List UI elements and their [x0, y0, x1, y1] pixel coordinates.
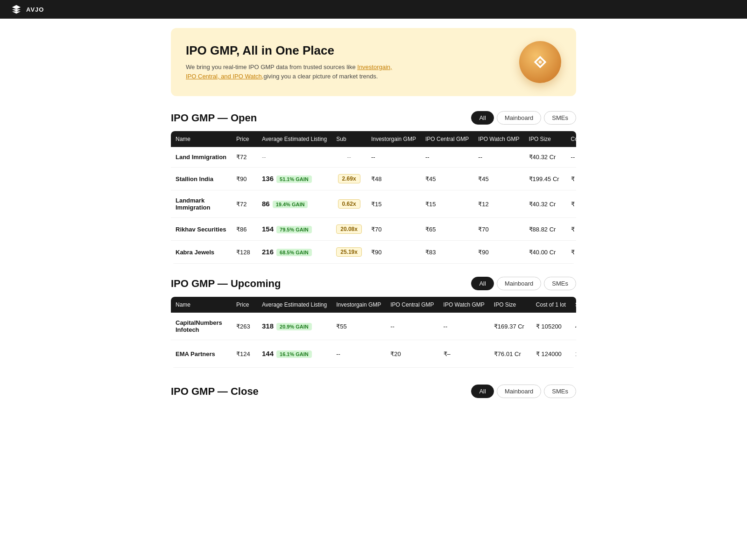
close-section-header: IPO GMP — Close All Mainboard SMEs — [171, 385, 576, 398]
cell-icgmp: ₹15 — [421, 190, 473, 218]
open-section-header: IPO GMP — Open All Mainboard SMEs — [171, 111, 576, 125]
upcoming-col-icgmp: IPO Central GMP — [386, 297, 438, 313]
upcoming-filter-buttons: All Mainboard SMEs — [471, 277, 576, 290]
muted-sub: -- — [347, 154, 351, 161]
open-col-icgmp: IPO Central GMP — [421, 131, 473, 147]
banner: IPO GMP, All in One Place We bring you r… — [171, 28, 576, 96]
cell-avg: 8619.4% GAIN — [257, 190, 331, 218]
cell-avg: 21668.5% GAIN — [257, 241, 331, 264]
cell-name: EMA Partners — [171, 340, 232, 368]
cell-cost: ₹ 115200 — [566, 190, 576, 218]
banner-desc-end: giving you a clear picture of market tre… — [263, 73, 378, 80]
cell-shares: 1000 — [571, 340, 576, 368]
cell-igmp: ₹70 — [366, 218, 421, 241]
gain-badge: 20.9% GAIN — [276, 323, 312, 330]
cell-name: Land Immigration — [171, 147, 232, 168]
upcoming-col-avg: Average Estimated Listing — [257, 297, 331, 313]
cell-icgmp: ₹20 — [386, 340, 438, 368]
cell-price: ₹263 — [232, 313, 257, 340]
close-filter-all[interactable]: All — [471, 385, 493, 398]
cell-size: ₹40.32 Cr — [524, 190, 566, 218]
cell-size: ₹88.82 Cr — [524, 218, 566, 241]
cell-avg: 31820.9% GAIN — [257, 313, 331, 340]
upcoming-col-name: Name — [171, 297, 232, 313]
sub-badge: 2.69x — [338, 174, 360, 183]
main-content: IPO GMP, All in One Place We bring you r… — [163, 19, 584, 414]
upcoming-table-container: Name Price Average Estimated Listing Inv… — [171, 297, 576, 368]
cell-iwgmp: ₹12 — [473, 190, 524, 218]
avg-val: 136 — [262, 175, 274, 182]
app-logo — [11, 4, 21, 14]
avg-val: 144 — [262, 350, 274, 357]
open-col-sub: Sub — [331, 131, 366, 147]
upcoming-col-shares: Shares in 1 lot — [571, 297, 576, 313]
banner-description: We bring you real-time IPO GMP data from… — [186, 63, 401, 81]
cell-iwgmp: ₹– — [439, 340, 489, 368]
cell-name: CapitalNumbers Infotech — [171, 313, 232, 340]
upcoming-col-price: Price — [232, 297, 257, 313]
table-row: CapitalNumbers Infotech ₹263 31820.9% GA… — [171, 313, 576, 340]
cell-price: ₹86 — [232, 218, 257, 241]
open-filter-smes[interactable]: SMEs — [544, 111, 576, 125]
open-col-size: IPO Size — [524, 131, 566, 147]
close-filter-buttons: All Mainboard SMEs — [471, 385, 576, 398]
cell-sub: 0.62x — [331, 190, 366, 218]
cell-sub: 20.08x — [331, 218, 366, 241]
open-col-price: Price — [232, 131, 257, 147]
cell-cost: ₹ 124000 — [531, 340, 571, 368]
cell-icgmp: ₹45 — [421, 168, 473, 190]
cell-cost: -- — [566, 147, 576, 168]
cell-iwgmp: -- — [439, 313, 489, 340]
close-filter-mainboard[interactable]: Mainboard — [497, 385, 541, 398]
cell-iwgmp: -- — [473, 147, 524, 168]
upcoming-filter-smes[interactable]: SMEs — [544, 277, 576, 290]
cell-price: ₹90 — [232, 168, 257, 190]
banner-heading: IPO GMP, All in One Place — [186, 43, 401, 58]
open-section-title: IPO GMP — Open — [171, 112, 257, 124]
cell-avg: -- — [257, 147, 331, 168]
open-filter-buttons: All Mainboard SMEs — [471, 111, 576, 125]
sub-badge: 0.62x — [338, 199, 360, 209]
app-title: AVJO — [26, 6, 44, 13]
close-filter-smes[interactable]: SMEs — [544, 385, 576, 398]
cell-price: ₹124 — [232, 340, 257, 368]
cell-icgmp: -- — [421, 147, 473, 168]
open-filter-mainboard[interactable]: Mainboard — [497, 111, 541, 125]
cell-shares: 400 — [571, 313, 576, 340]
cell-igmp: ₹90 — [366, 241, 421, 264]
upcoming-filter-mainboard[interactable]: Mainboard — [497, 277, 541, 290]
upcoming-col-igmp: Investorgain GMP — [331, 297, 386, 313]
cell-icgmp: -- — [386, 313, 438, 340]
avg-val: 318 — [262, 322, 274, 330]
cell-cost: ₹ 14850 — [566, 168, 576, 190]
avg-val: 154 — [262, 225, 274, 233]
open-filter-all[interactable]: All — [471, 111, 493, 125]
table-row: Landmark Immigration ₹72 8619.4% GAIN 0.… — [171, 190, 576, 218]
gain-badge: 16.1% GAIN — [276, 350, 312, 358]
close-section-title: IPO GMP — Close — [171, 385, 259, 398]
cell-name: Stallion India — [171, 168, 232, 190]
cell-name: Landmark Immigration — [171, 190, 232, 218]
cell-size: ₹199.45 Cr — [524, 168, 566, 190]
cell-sub: 25.19x — [331, 241, 366, 264]
cell-name: Kabra Jewels — [171, 241, 232, 264]
cell-iwgmp: ₹45 — [473, 168, 524, 190]
sub-badge: 20.08x — [336, 224, 362, 234]
open-col-avg: Average Estimated Listing — [257, 131, 331, 147]
upcoming-filter-all[interactable]: All — [471, 277, 493, 290]
cell-cost: ₹ 105200 — [531, 313, 571, 340]
cell-iwgmp: ₹70 — [473, 218, 524, 241]
cell-size: ₹76.01 Cr — [489, 340, 531, 368]
cell-size: ₹40.00 Cr — [524, 241, 566, 264]
upcoming-table: Name Price Average Estimated Listing Inv… — [171, 297, 576, 368]
open-table-container: Name Price Average Estimated Listing Sub… — [171, 131, 576, 264]
upcoming-col-size: IPO Size — [489, 297, 531, 313]
table-row: EMA Partners ₹124 14416.1% GAIN -- ₹20 ₹… — [171, 340, 576, 368]
cell-name: Rikhav Securities — [171, 218, 232, 241]
cell-igmp: ₹48 — [366, 168, 421, 190]
banner-icon — [519, 41, 561, 83]
avg-val: 216 — [262, 248, 274, 256]
table-row: Stallion India ₹90 13651.1% GAIN 2.69x ₹… — [171, 168, 576, 190]
muted-avg: -- — [262, 154, 266, 161]
cell-sub: -- — [331, 147, 366, 168]
